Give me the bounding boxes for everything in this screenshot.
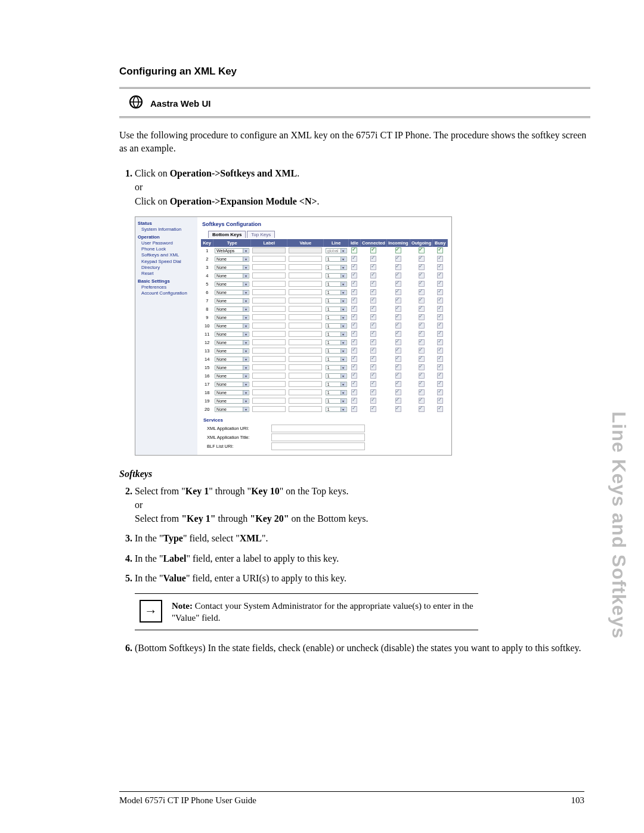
line-select[interactable]: 1▾ [326, 357, 347, 362]
value-input[interactable] [289, 314, 322, 320]
busy-checkbox[interactable] [437, 272, 443, 278]
outgoing-checkbox[interactable] [419, 289, 425, 295]
value-input[interactable] [289, 331, 322, 337]
busy-checkbox[interactable] [437, 339, 443, 345]
value-input[interactable] [289, 398, 322, 404]
label-input[interactable] [252, 272, 286, 278]
outgoing-checkbox[interactable] [419, 348, 425, 354]
connected-checkbox[interactable] [370, 281, 376, 287]
line-select[interactable]: 1▾ [326, 373, 347, 379]
outgoing-checkbox[interactable] [419, 339, 425, 345]
label-input[interactable] [252, 406, 286, 412]
label-input[interactable] [252, 264, 286, 270]
type-select[interactable]: WebApps▾ [215, 248, 249, 253]
value-input[interactable] [289, 381, 322, 387]
idle-checkbox[interactable] [351, 289, 357, 295]
nav-reset[interactable]: Reset [141, 271, 195, 277]
idle-checkbox[interactable] [351, 264, 357, 270]
value-input[interactable] [289, 264, 322, 270]
type-select[interactable]: None▾ [215, 357, 249, 362]
outgoing-checkbox[interactable] [419, 256, 425, 262]
type-select[interactable]: None▾ [215, 382, 249, 387]
value-input[interactable] [289, 289, 322, 295]
type-select[interactable]: None▾ [215, 281, 249, 287]
input-xml-app-uri[interactable] [271, 425, 365, 432]
line-select[interactable]: 1▾ [326, 281, 347, 287]
label-input[interactable] [252, 381, 286, 387]
nav-account-config[interactable]: Account Configuration [141, 290, 195, 296]
label-input[interactable] [252, 339, 286, 345]
incoming-checkbox[interactable] [395, 398, 401, 404]
incoming-checkbox[interactable] [395, 272, 401, 278]
incoming-checkbox[interactable] [395, 289, 401, 295]
line-select[interactable]: 1▾ [326, 306, 347, 312]
label-input[interactable] [252, 348, 286, 354]
nav-softkeys-xml[interactable]: Softkeys and XML [141, 252, 195, 258]
type-select[interactable]: None▾ [215, 290, 249, 295]
idle-checkbox[interactable] [351, 298, 357, 304]
busy-checkbox[interactable] [437, 381, 443, 387]
busy-checkbox[interactable] [437, 389, 443, 395]
nav-phone-lock[interactable]: Phone Lock [141, 246, 195, 252]
busy-checkbox[interactable] [437, 323, 443, 329]
busy-checkbox[interactable] [437, 264, 443, 270]
outgoing-checkbox[interactable] [419, 381, 425, 387]
idle-checkbox[interactable] [351, 256, 357, 262]
line-select[interactable]: 1▾ [326, 365, 347, 370]
label-input[interactable] [252, 364, 286, 370]
tab-top-keys[interactable]: Top Keys [247, 231, 275, 238]
outgoing-checkbox[interactable] [419, 389, 425, 395]
value-input[interactable] [289, 364, 322, 370]
connected-checkbox[interactable] [370, 389, 376, 395]
value-input[interactable] [289, 298, 322, 304]
type-select[interactable]: None▾ [215, 373, 249, 379]
type-select[interactable]: None▾ [215, 398, 249, 404]
idle-checkbox[interactable] [351, 247, 357, 253]
input-blf-list-uri[interactable] [271, 442, 365, 450]
busy-checkbox[interactable] [437, 398, 443, 404]
line-select[interactable]: 1▾ [326, 265, 347, 270]
idle-checkbox[interactable] [351, 398, 357, 404]
input-xml-app-title[interactable] [271, 433, 365, 441]
connected-checkbox[interactable] [370, 364, 376, 370]
connected-checkbox[interactable] [370, 381, 376, 387]
type-select[interactable]: None▾ [215, 407, 249, 412]
outgoing-checkbox[interactable] [419, 356, 425, 362]
nav-status[interactable]: Status [138, 221, 195, 227]
busy-checkbox[interactable] [437, 314, 443, 320]
line-select[interactable]: 1▾ [326, 407, 347, 412]
line-select[interactable]: 1▾ [326, 290, 347, 295]
label-input[interactable] [252, 314, 286, 320]
incoming-checkbox[interactable] [395, 331, 401, 337]
label-input[interactable] [252, 373, 286, 379]
busy-checkbox[interactable] [437, 306, 443, 312]
connected-checkbox[interactable] [370, 272, 376, 278]
idle-checkbox[interactable] [351, 348, 357, 354]
incoming-checkbox[interactable] [395, 339, 401, 345]
idle-checkbox[interactable] [351, 323, 357, 329]
value-input[interactable] [289, 281, 322, 287]
idle-checkbox[interactable] [351, 281, 357, 287]
busy-checkbox[interactable] [437, 247, 443, 253]
nav-operation[interactable]: Operation [138, 234, 195, 240]
line-select[interactable]: 1▾ [326, 340, 347, 345]
line-select[interactable]: 1▾ [326, 273, 347, 278]
incoming-checkbox[interactable] [395, 323, 401, 329]
idle-checkbox[interactable] [351, 314, 357, 320]
busy-checkbox[interactable] [437, 364, 443, 370]
label-input[interactable] [252, 247, 286, 253]
line-select[interactable]: 1▾ [326, 398, 347, 404]
busy-checkbox[interactable] [437, 406, 443, 412]
idle-checkbox[interactable] [351, 381, 357, 387]
type-select[interactable]: None▾ [215, 273, 249, 278]
busy-checkbox[interactable] [437, 289, 443, 295]
type-select[interactable]: None▾ [215, 323, 249, 329]
incoming-checkbox[interactable] [395, 314, 401, 320]
nav-directory[interactable]: Directory [141, 265, 195, 271]
busy-checkbox[interactable] [437, 373, 443, 379]
outgoing-checkbox[interactable] [419, 314, 425, 320]
label-input[interactable] [252, 389, 286, 395]
incoming-checkbox[interactable] [395, 247, 401, 253]
outgoing-checkbox[interactable] [419, 373, 425, 379]
incoming-checkbox[interactable] [395, 264, 401, 270]
